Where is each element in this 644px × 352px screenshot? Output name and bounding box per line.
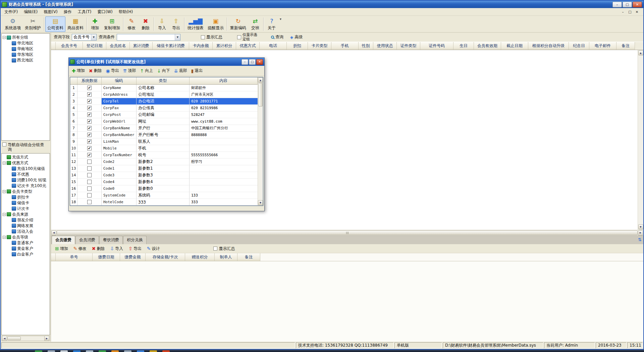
column-header[interactable]: 单号: [56, 253, 93, 261]
scroll-right-icon[interactable]: ▶: [638, 230, 643, 235]
toolbar-button-about[interactable]: ?关于: [265, 16, 279, 32]
column-header[interactable]: 证件号码: [420, 42, 453, 50]
tree-item-region[interactable]: 华南地区: [2, 46, 50, 52]
tree-item-subcategory[interactable]: 不优惠: [2, 172, 50, 177]
column-header[interactable]: 存储金额/卡次: [146, 253, 185, 261]
row-checkbox[interactable]: [87, 186, 92, 191]
row-checkbox[interactable]: ✔: [87, 86, 92, 90]
toolbar-button-reminder[interactable]: ▣提醒显示: [206, 16, 226, 32]
dialog-row[interactable]: 2✔CorpAddress公司地址广州市天河区: [70, 91, 258, 98]
column-header[interactable]: 电子邮件: [589, 42, 616, 50]
dialog-column-header[interactable]: 类型: [137, 77, 190, 84]
dialog-column-header[interactable]: 系统数据: [77, 77, 102, 84]
tab-member-payment[interactable]: 会员缴费: [52, 236, 75, 244]
dialog-toolbar-export[interactable]: ◉导出: [104, 67, 120, 75]
bottom-toolbar-add[interactable]: ⊞增加: [53, 245, 70, 252]
menu-item-edit[interactable]: 编辑(E): [21, 8, 41, 16]
scroll-down-icon[interactable]: ▼: [258, 200, 263, 205]
tree-item-subcategory[interactable]: 消费100元 转现: [2, 177, 50, 183]
column-header[interactable]: 电话: [260, 42, 287, 50]
menu-item-operate[interactable]: 操作: [61, 8, 75, 16]
menu-item-help[interactable]: 帮助(H): [116, 8, 136, 16]
checkbox-icon[interactable]: [213, 247, 217, 251]
dialog-toolbar-move-top[interactable]: ⇈顶部: [121, 67, 138, 75]
dialog-row[interactable]: 8✔CorpBankNumber开户行帐号8888888: [70, 132, 258, 138]
toolbar-button-shift-change[interactable]: ⇄交班: [248, 16, 262, 32]
dropdown-arrow-icon[interactable]: ▼: [91, 34, 96, 40]
scroll-thumb[interactable]: [57, 230, 638, 235]
bottom-toolbar-design[interactable]: ✎设计: [145, 245, 162, 252]
tab-dining-consumption[interactable]: 餐饮消费: [99, 236, 123, 244]
column-header[interactable]: 缴费日期: [93, 253, 120, 261]
column-header[interactable]: 累计积分: [213, 42, 236, 50]
tree-item-category[interactable]: −优惠方式: [2, 160, 50, 166]
toolbar-button-add[interactable]: ✚增加: [88, 16, 102, 32]
tree-item-category[interactable]: −会员卡类型: [2, 189, 50, 194]
row-checkbox[interactable]: [87, 166, 92, 171]
title-bar[interactable]: 财易会员管理系统 - [会员管理系统] –□✕: [1, 1, 643, 8]
maximize-button[interactable]: □: [623, 2, 632, 7]
dialog-row[interactable]: 16Code0新参数0: [70, 185, 258, 192]
tree-item-category[interactable]: −会员来源: [2, 212, 50, 217]
taskbar-icon[interactable]: [73, 350, 80, 352]
dialog-row[interactable]: 18HotelCode333333: [70, 199, 258, 206]
taskbar-icon[interactable]: [124, 350, 131, 352]
bottom-toolbar-import[interactable]: ⇩导入: [108, 245, 125, 252]
taskbar-icon[interactable]: [48, 350, 55, 352]
only-selected-group-checkbox[interactable]: 仅显示选定组: [237, 33, 257, 41]
tree-expander-icon[interactable]: −: [3, 36, 6, 39]
show-summary-checkbox[interactable]: 显示汇总: [201, 34, 222, 40]
bottom-toolbar-delete[interactable]: ✖删除: [90, 245, 107, 252]
tree-item-subcategory[interactable]: 网络发展: [2, 223, 50, 229]
scroll-down-icon[interactable]: ▼: [638, 224, 643, 229]
taskbar-icon[interactable]: [99, 350, 106, 352]
advanced-button[interactable]: ◈ 高级: [288, 34, 305, 41]
row-checkbox[interactable]: ✔: [87, 119, 92, 124]
dialog-toolbar-move-down[interactable]: ↓向下: [155, 67, 172, 75]
scroll-up-icon[interactable]: ▲: [258, 78, 263, 83]
toolbar-button-system-options[interactable]: ⚙系统选项: [3, 16, 23, 32]
menu-item-tools[interactable]: 工具(T): [75, 8, 95, 16]
tree-item-subcategory[interactable]: 朋友介绍: [2, 217, 50, 223]
dialog-row[interactable]: 11✔CorpTaxNumber税号555555555666: [70, 152, 258, 159]
checkbox-icon[interactable]: [201, 35, 205, 39]
query-field-select[interactable]: 会员卡号 ▼: [72, 34, 97, 41]
toolbar-button-copy-add[interactable]: ⊞复制增加: [102, 16, 122, 32]
scroll-right-icon[interactable]: ▶: [44, 336, 49, 341]
column-header[interactable]: 截止日期: [501, 42, 528, 50]
taskbar-icon[interactable]: [150, 350, 157, 352]
tree-item-subcategory[interactable]: 折扣卡: [2, 194, 50, 200]
dialog-toolbar-add[interactable]: ✚增加: [70, 67, 87, 75]
column-header[interactable]: 缴费金额: [120, 253, 146, 261]
taskbar-icon[interactable]: [111, 350, 119, 352]
taskbar-icon[interactable]: [137, 350, 144, 352]
member-grid-hscroll[interactable]: ◀ ▶: [51, 230, 643, 235]
column-header[interactable]: 储值卡累计消费: [153, 42, 189, 50]
row-checkbox[interactable]: ✔: [87, 146, 92, 150]
row-checkbox[interactable]: [87, 160, 92, 164]
tree-item-subcategory[interactable]: 普通客户: [2, 240, 50, 246]
toolbar-button-category-maintenance[interactable]: ✂类别维护: [23, 16, 43, 32]
row-checkbox[interactable]: [87, 193, 92, 197]
dialog-row[interactable]: 17SystemCode系统码133: [70, 192, 258, 199]
dialog-toolbar-delete[interactable]: ✖删除: [87, 67, 104, 75]
query-condition-select[interactable]: ▼: [117, 34, 180, 41]
scroll-up-icon[interactable]: ▲: [638, 50, 643, 55]
column-header[interactable]: 制单人: [215, 253, 237, 261]
tab-member-consumption[interactable]: 会员消费: [75, 236, 99, 244]
tree-item-subcategory[interactable]: 活动入会: [2, 229, 50, 234]
row-checkbox[interactable]: ✔: [87, 139, 92, 144]
column-header[interactable]: 纪念日: [569, 42, 589, 50]
taskbar-icon[interactable]: [86, 350, 93, 352]
toolbar-button-import[interactable]: ⇩导入: [155, 16, 169, 32]
column-header[interactable]: 累计消费: [130, 42, 153, 50]
search-button[interactable]: 查询: [269, 34, 286, 41]
column-header[interactable]: 卡片类型: [308, 42, 331, 50]
dialog-row[interactable]: 5✔CorpPost公司邮编528247: [70, 112, 258, 118]
tab-points-exchange[interactable]: 积分兑换: [123, 236, 147, 244]
dialog-title-bar[interactable]: 公司(单位)资料 [试用版不能更改信息] –□✕: [69, 58, 264, 66]
taskbar-icon[interactable]: [35, 350, 42, 352]
minimize-button[interactable]: –: [612, 2, 622, 7]
tree-item-subcategory[interactable]: 黄金客户: [2, 246, 50, 252]
taskbar[interactable]: [0, 350, 644, 352]
